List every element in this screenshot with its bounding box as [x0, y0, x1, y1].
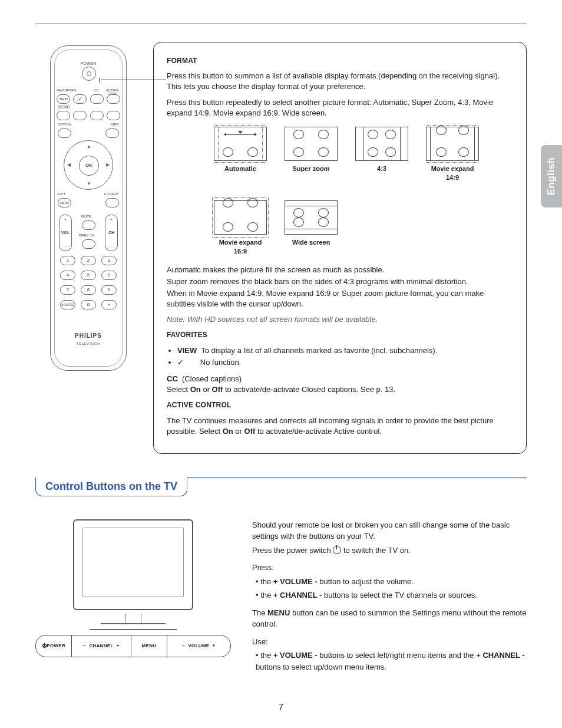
remote-option-label: OPTION — [58, 123, 71, 126]
fmt-wide-label: Wide screen — [285, 238, 338, 247]
fav-check-symbol: ✓ — [177, 357, 194, 368]
remote-blank3-button — [107, 111, 120, 120]
tv-power-seg: ⏻ POWER — [36, 635, 72, 657]
fav-view-label: VIEW — [177, 346, 197, 355]
remote-key-9: 9 — [101, 285, 117, 295]
remote-dpad: OK ▲ ▼ ◀ ▶ — [64, 140, 113, 190]
remote-key-2: 2 — [81, 256, 96, 265]
format-grid: Automatic Super zoom — [214, 127, 513, 256]
remote-mute-label: MUTE — [81, 215, 91, 218]
remote-vol-rocker: + VOL − — [59, 215, 72, 251]
fav-check-text: No function. — [200, 358, 241, 367]
tv-p2b: to switch the TV on. — [343, 546, 411, 555]
format-desc1: Automatic makes the picture fill the scr… — [167, 265, 513, 275]
remote-view-button: VIEW — [57, 94, 70, 104]
fmt-superzoom: Super zoom — [285, 127, 338, 183]
cc-or: or — [201, 385, 212, 394]
format-heading: FORMAT — [167, 57, 197, 65]
tv-diagram: ⏻ POWER − CHANNEL + MENU − VOLUME + — [35, 519, 231, 679]
remote-key-source: SOURCE — [60, 300, 75, 309]
fmt-wide: Wide screen — [285, 200, 338, 256]
remote-ok-button: OK — [79, 156, 99, 176]
remote-power-button — [82, 67, 96, 81]
format-p1: Press this button to summon a list of av… — [167, 71, 513, 92]
cc-text2b: to activate/de-activate Closed captions.… — [223, 385, 395, 394]
remote-left-arrow: ◀ — [67, 162, 71, 167]
fmt-automatic: Automatic — [214, 127, 267, 183]
fmt-43: 4:3 — [355, 127, 408, 183]
favorites-list: VIEW To display a list of all channels m… — [167, 345, 513, 368]
cc-label: CC — [167, 374, 178, 383]
tv-p1: Should your remote be lost or broken you… — [252, 519, 527, 542]
tv-channel-seg: − CHANNEL + — [72, 635, 131, 657]
section-divider: Control Buttons on the TV — [35, 477, 527, 478]
fmt-me149-label: Movie expand 14:9 — [426, 164, 479, 183]
top-rule — [35, 24, 527, 24]
format-info-box: FORMAT Press this button to summon a lis… — [153, 42, 527, 454]
remote-cc-button — [90, 94, 104, 104]
tv-menu-seg: MENU — [131, 635, 167, 657]
tv-use-label: Use: — [252, 636, 527, 648]
remote-demo-button — [57, 111, 70, 120]
remote-prevch-label: PREV CH — [79, 233, 95, 237]
remote-key-0: 0 — [81, 300, 96, 309]
remote-key-8: 8 — [81, 285, 96, 295]
remote-key-1: 1 — [60, 256, 75, 265]
remote-right-arrow: ▶ — [106, 162, 110, 167]
remote-key-3: 3 — [101, 256, 117, 265]
remote-brand: PHILIPS — [51, 332, 126, 339]
format-desc3: When in Movie expand 14:9, Movie expand … — [167, 288, 513, 309]
remote-blank2-button — [90, 111, 104, 120]
remote-mute-button — [82, 220, 95, 230]
remote-key-dot: • — [101, 300, 117, 309]
tv-text-block: Should your remote be lost or broken you… — [252, 519, 527, 679]
active-on: On — [223, 427, 233, 436]
format-p2: Press this button repeatedly to select a… — [167, 97, 513, 118]
active-text-b: to activate/de-activate Active control. — [255, 427, 382, 436]
fmt-me169-label: Movie expand 16:9 — [214, 238, 267, 256]
power-icon — [333, 546, 341, 554]
remote-key-6: 6 — [101, 271, 117, 280]
fmt-43-label: 4:3 — [355, 164, 408, 173]
active-off: Off — [244, 427, 256, 436]
remote-check-button: ✓ — [73, 94, 87, 104]
remote-format-label: FORMAT — [104, 192, 119, 196]
favorites-heading: FAVORITES — [167, 331, 207, 339]
fmt-me169: Movie expand 16:9 — [214, 200, 267, 256]
remote-diagram: POWER FAVORITES CC ACTIVE CTRL VIEW ✓ DE… — [35, 42, 141, 371]
remote-format-button — [105, 198, 119, 207]
remote-key-4: 4 — [60, 271, 75, 280]
remote-blank1-button — [73, 111, 87, 120]
remote-key-5: 5 — [81, 271, 96, 280]
cc-on: On — [190, 385, 201, 394]
cc-text2a: Select — [167, 385, 190, 394]
format-desc2: Super zoom removes the black bars on the… — [167, 276, 513, 287]
fav-view-text: To display a list of all channels marked… — [201, 346, 437, 355]
remote-up-arrow: ▲ — [87, 144, 91, 149]
remote-key-7: 7 — [60, 285, 75, 295]
section-title: Control Buttons on the TV — [35, 477, 187, 496]
cc-text1: (Closed captions) — [182, 374, 242, 383]
tv-button-strip: ⏻ POWER − CHANNEL + MENU − VOLUME + — [35, 635, 231, 657]
remote-info-button — [105, 129, 119, 138]
remote-ch-rocker: + CH − — [105, 215, 118, 251]
cc-off: Off — [212, 385, 223, 394]
remote-power-label: POWER — [51, 61, 126, 65]
remote-keypad: 1 2 3 4 5 6 7 8 9 SOURCE — [60, 256, 117, 315]
remote-subbrand: TELEVISION — [51, 342, 126, 345]
remote-option-button — [58, 129, 71, 138]
remote-activectrl-button — [107, 94, 120, 104]
fmt-me149: Movie expand 14:9 — [426, 127, 479, 183]
remote-demo-label: DEMO — [58, 105, 126, 109]
fmt-automatic-label: Automatic — [214, 164, 267, 173]
remote-menu-button: MENU — [58, 198, 71, 207]
format-note: Note: With HD sources not all screen for… — [167, 314, 513, 325]
remote-down-arrow: ▼ — [87, 181, 91, 186]
remote-prevch-button — [82, 239, 95, 249]
tv-p2a: Press the power switch — [252, 546, 333, 555]
fmt-superzoom-label: Super zoom — [285, 164, 338, 173]
tv-volume-seg: − VOLUME + — [167, 635, 230, 657]
active-control-heading: ACTIVE CONTROL — [167, 401, 231, 409]
tv-press-label: Press: — [252, 562, 527, 574]
page-number: 7 — [0, 701, 562, 711]
